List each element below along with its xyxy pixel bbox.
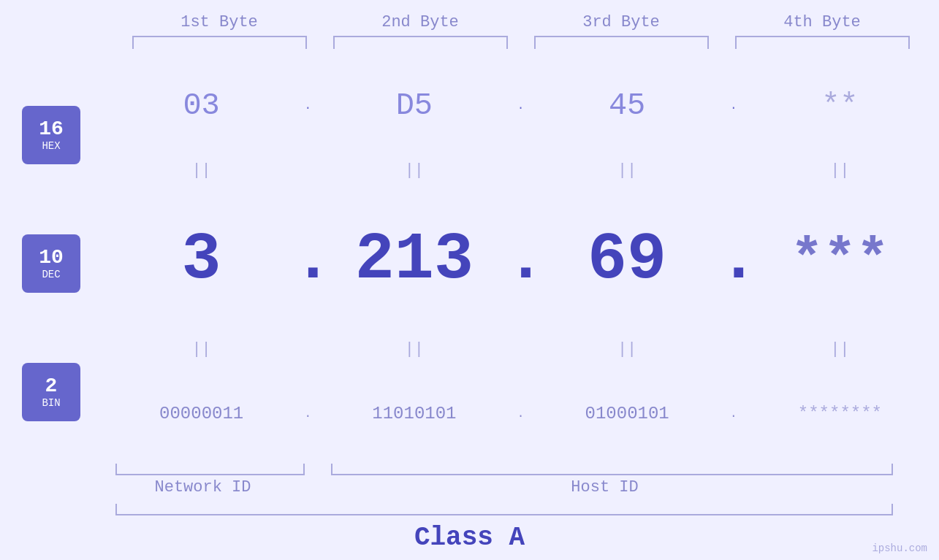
dec-cell-3: 69 xyxy=(536,227,719,293)
bin-sep-2: . xyxy=(506,407,536,421)
bin-row: 00000011 . 11010101 . 01000101 . *******… xyxy=(110,364,932,464)
eq-7: || xyxy=(536,340,719,358)
equals-row-1: || || || || xyxy=(110,156,932,185)
hex-sep-1: . xyxy=(293,99,322,112)
host-bracket xyxy=(331,464,893,475)
bin-cell-3: 01000101 xyxy=(536,404,719,423)
hex-cell-2: D5 xyxy=(322,88,506,123)
id-labels-row: Network ID Host ID xyxy=(102,475,906,496)
host-id-label: Host ID xyxy=(303,475,906,496)
dec-row: 3 . 213 . 69 . *** xyxy=(110,185,932,335)
bracket-2 xyxy=(333,36,508,49)
bracket-3 xyxy=(534,36,709,49)
equals-row-2: || || || || xyxy=(110,334,932,364)
hex-row: 03 . D5 . 45 . ** xyxy=(110,56,932,156)
network-bracket xyxy=(115,464,305,475)
eq-3: || xyxy=(536,161,719,180)
eq-5: || xyxy=(110,340,293,358)
dec-badge: 10 DEC xyxy=(22,234,80,293)
eq-8: || xyxy=(748,340,932,358)
bin-cell-2: 11010101 xyxy=(322,404,506,423)
bracket-4 xyxy=(735,36,910,49)
dec-sep-2: . xyxy=(506,223,536,297)
hex-cell-3: 45 xyxy=(536,88,719,123)
bin-sep-3: . xyxy=(719,407,748,421)
eq-4: || xyxy=(748,161,932,180)
class-label: Class A xyxy=(414,523,525,553)
bin-sep-1: . xyxy=(293,407,322,421)
labels-column: 16 HEX 10 DEC 2 BIN xyxy=(0,56,102,464)
bytes-grid: 03 . D5 . 45 . ** || || xyxy=(102,56,939,464)
dec-sep-1: . xyxy=(293,223,322,297)
bottom-brackets-row xyxy=(102,464,906,475)
byte-header-4: 4th Byte xyxy=(722,13,923,36)
bin-badge: 2 BIN xyxy=(22,363,80,421)
big-bottom-bracket xyxy=(115,504,893,515)
hex-sep-2: . xyxy=(506,99,536,112)
content-area: 16 HEX 10 DEC 2 BIN 03 . D5 xyxy=(0,56,939,464)
byte-headers: 1st Byte 2nd Byte 3rd Byte 4th Byte xyxy=(119,13,923,36)
network-id-label: Network ID xyxy=(102,475,303,496)
class-row: Class A xyxy=(0,523,939,553)
main-container: 1st Byte 2nd Byte 3rd Byte 4th Byte 16 H… xyxy=(0,0,939,560)
bin-cell-4: ******** xyxy=(748,404,932,423)
watermark: ipshu.com xyxy=(872,542,927,554)
eq-2: || xyxy=(322,161,506,180)
bottom-section: Network ID Host ID Class A xyxy=(0,464,939,560)
byte-header-3: 3rd Byte xyxy=(521,13,722,36)
dec-cell-1: 3 xyxy=(110,227,293,293)
big-bottom-bracket-row xyxy=(102,504,906,515)
hex-cell-1: 03 xyxy=(110,88,293,123)
hex-sep-3: . xyxy=(719,99,748,112)
top-brackets xyxy=(119,36,923,49)
byte-header-2: 2nd Byte xyxy=(320,13,521,36)
eq-1: || xyxy=(110,161,293,180)
dec-cell-2: 213 xyxy=(322,227,506,293)
hex-badge: 16 HEX xyxy=(22,106,80,164)
bin-cell-1: 00000011 xyxy=(110,404,293,423)
eq-6: || xyxy=(322,340,506,358)
hex-cell-4: ** xyxy=(748,88,932,123)
dec-cell-4: *** xyxy=(748,233,932,288)
dec-sep-3: . xyxy=(719,223,748,297)
bracket-1 xyxy=(132,36,307,49)
byte-header-1: 1st Byte xyxy=(119,13,320,36)
